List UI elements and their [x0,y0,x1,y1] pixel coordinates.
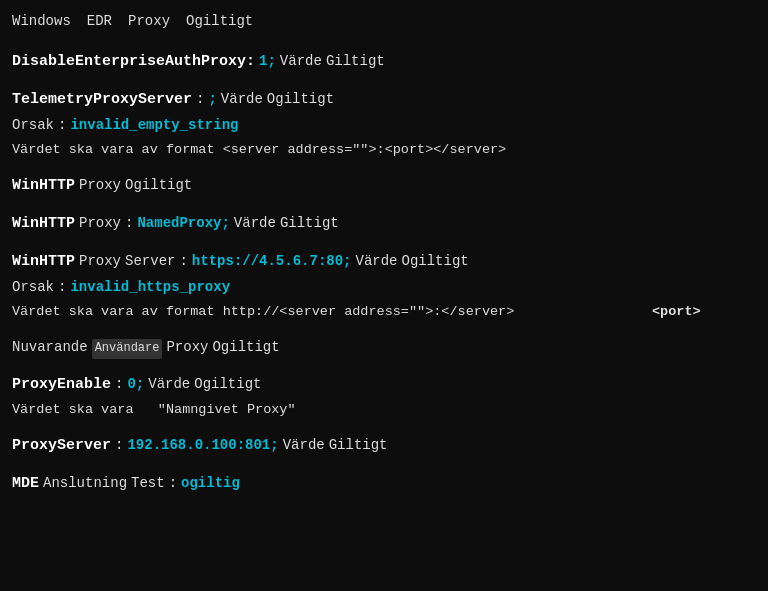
proxy-label-3: Proxy [79,250,121,272]
value-mde: ogiltig [181,472,240,494]
nav-item-edr[interactable]: EDR [87,10,112,32]
reason-label-telemetry: Orsak [12,114,54,136]
reason-label-winhttp3: Orsak [12,276,54,298]
anvandare-label: Användare [92,339,163,358]
proxy-label-nuvarande: Proxy [166,336,208,358]
reason-colon-telemetry: : [58,114,66,136]
status-winhttp3: Ogiltigt [402,250,469,272]
key-mde: MDE [12,472,39,496]
value-winhttp2: NamedProxy; [137,212,229,234]
section-proxy-server: ProxyServer : 192.168.0.100:801; Värde G… [12,434,756,458]
reason-value-telemetry: invalid_empty_string [70,114,238,136]
description-telemetry: Värdet ska vara av format <server addres… [12,139,756,161]
key-proxy-enable: ProxyEnable [12,373,111,397]
label-varde-disable: Värde [280,50,322,72]
key-winhttp3: WinHTTP [12,250,75,274]
key-disable-enterprise: DisableEnterpriseAuthProxy: [12,50,255,74]
value-telemetry: ; [208,88,216,110]
section-nuvarande: Nuvarande Användare Proxy Ogiltigt [12,336,756,358]
colon-proxy-server: : [115,434,123,456]
status-winhttp1: Ogiltigt [125,174,192,196]
nav-item-proxy[interactable]: Proxy [128,10,170,32]
section-disable-enterprise: DisableEnterpriseAuthProxy: 1; Värde Gil… [12,50,756,74]
reason-colon-winhttp3: : [58,276,66,298]
label-varde-proxy-enable: Värde [148,373,190,395]
anslutning-label: Anslutning [43,472,127,494]
reason-value-winhttp3: invalid_https_proxy [70,276,230,298]
nav-bar: Windows EDR Proxy Ogiltigt [12,10,756,32]
proxy-label-1: Proxy [79,174,121,196]
key-winhttp1: WinHTTP [12,174,75,198]
description-proxy-enable: Värdet ska vara "Namngivet Proxy" [12,399,756,421]
status-disable: Giltigt [326,50,385,72]
section-winhttp-named: WinHTTP Proxy : NamedProxy; Värde Giltig… [12,212,756,236]
status-winhttp2: Giltigt [280,212,339,234]
section-winhttp-ogiltigt: WinHTTP Proxy Ogiltigt [12,174,756,198]
status-nuvarande: Ogiltigt [212,336,279,358]
value-proxy-enable: 0; [127,373,144,395]
colon-mde: : [169,472,177,494]
label-varde-winhttp3: Värde [356,250,398,272]
colon-proxy-enable: : [115,373,123,395]
nav-item-windows[interactable]: Windows [12,10,71,32]
key-telemetry: TelemetryProxyServer [12,88,192,112]
server-label-3: Server [125,250,175,272]
key-winhttp2: WinHTTP [12,212,75,236]
status-proxy-server: Giltigt [329,434,388,456]
label-varde-telemetry: Värde [221,88,263,110]
value-proxy-server: 192.168.0.100:801; [127,434,278,456]
value-disable-enterprise: 1; [259,50,276,72]
status-proxy-enable: Ogiltigt [194,373,261,395]
section-winhttp-server: WinHTTP Proxy Server : https://4.5.6.7:8… [12,250,756,322]
colon-winhttp3: : [179,250,187,272]
description-winhttp3: Värdet ska vara av format http://<server… [12,301,756,323]
label-varde-proxy-server: Värde [283,434,325,456]
section-mde: MDE Anslutning Test : ogiltig [12,472,756,496]
colon-winhttp2: : [125,212,133,234]
value-winhttp3: https://4.5.6.7:80; [192,250,352,272]
key-nuvarande: Nuvarande [12,336,88,358]
section-telemetry-proxy: TelemetryProxyServer : ; Värde Ogiltigt … [12,88,756,160]
colon-telemetry: : [196,88,204,110]
nav-item-ogiltigt[interactable]: Ogiltigt [186,10,253,32]
proxy-label-2: Proxy [79,212,121,234]
section-proxy-enable: ProxyEnable : 0; Värde Ogiltigt Värdet s… [12,373,756,421]
status-telemetry: Ogiltigt [267,88,334,110]
label-varde-winhttp2: Värde [234,212,276,234]
test-label: Test [131,472,165,494]
key-proxy-server: ProxyServer [12,434,111,458]
